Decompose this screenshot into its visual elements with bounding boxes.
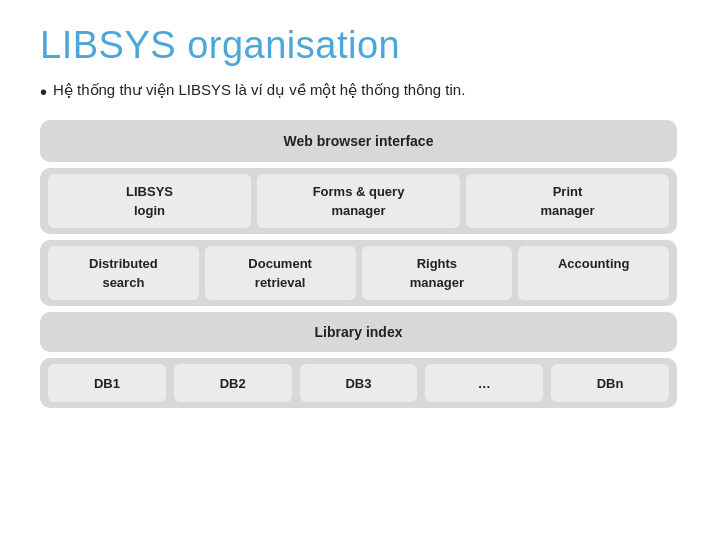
- db-label-0: DB1: [94, 376, 120, 391]
- bullet-point: • Hệ thống thư viện LIBSYS là ví dụ về m…: [40, 81, 677, 102]
- db-cell-2: DB3: [300, 364, 418, 402]
- row2-label-0: LIBSYSlogin: [126, 184, 173, 218]
- db-label-4: DBn: [597, 376, 624, 391]
- row3-cell-2: Rightsmanager: [362, 246, 513, 300]
- db-cell-4: DBn: [551, 364, 669, 402]
- web-browser-row: Web browser interface: [40, 120, 677, 162]
- row2-label-1: Forms & querymanager: [313, 184, 405, 218]
- page-title: LIBSYS organisation: [40, 24, 677, 67]
- web-browser-label: Web browser interface: [284, 133, 434, 149]
- page: LIBSYS organisation • Hệ thống thư viện …: [0, 0, 717, 538]
- db-cell-1: DB2: [174, 364, 292, 402]
- bullet-text: Hệ thống thư viện LIBSYS là ví dụ về một…: [53, 81, 465, 99]
- row2-cell-0: LIBSYSlogin: [48, 174, 251, 228]
- bullet-dot: •: [40, 82, 47, 102]
- library-index-row: Library index: [40, 312, 677, 352]
- db-row: DB1 DB2 DB3 … DBn: [40, 358, 677, 408]
- row3-cell-1: Documentretrieval: [205, 246, 356, 300]
- row3-label-2: Rightsmanager: [410, 256, 464, 290]
- row2-cell-1: Forms & querymanager: [257, 174, 460, 228]
- row3-label-1: Documentretrieval: [248, 256, 312, 290]
- row3-cell-3: Accounting: [518, 246, 669, 300]
- db-cell-3: …: [425, 364, 543, 402]
- row3-label-3: Accounting: [558, 256, 630, 271]
- db-cell-0: DB1: [48, 364, 166, 402]
- diagram: Web browser interface LIBSYSlogin Forms …: [40, 120, 677, 518]
- row2-label-2: Printmanager: [540, 184, 594, 218]
- db-label-2: DB3: [345, 376, 371, 391]
- db-label-3: …: [478, 376, 491, 391]
- library-index-label: Library index: [315, 324, 403, 340]
- row3-label-0: Distributedsearch: [89, 256, 158, 290]
- row2: LIBSYSlogin Forms & querymanager Printma…: [40, 168, 677, 234]
- row3-cell-0: Distributedsearch: [48, 246, 199, 300]
- db-label-1: DB2: [220, 376, 246, 391]
- row3: Distributedsearch Documentretrieval Righ…: [40, 240, 677, 306]
- row2-cell-2: Printmanager: [466, 174, 669, 228]
